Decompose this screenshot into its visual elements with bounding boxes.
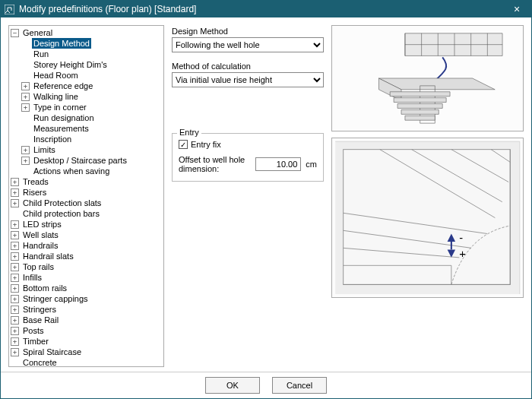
tree-item-run-designation[interactable]: Run designation bbox=[21, 112, 163, 123]
svg-marker-17 bbox=[405, 116, 435, 120]
expand-icon[interactable]: + bbox=[21, 82, 30, 90]
tree-item-top-rails[interactable]: +Top rails bbox=[11, 261, 163, 272]
expand-icon[interactable]: + bbox=[21, 93, 30, 101]
calc-method-label: Method of calculation bbox=[172, 62, 324, 71]
tree-item-limits[interactable]: +Limits bbox=[21, 144, 163, 155]
expand-icon[interactable]: + bbox=[11, 306, 19, 314]
tree-item-design-method[interactable]: Design Method bbox=[21, 38, 163, 49]
tree-item-general[interactable]: − General bbox=[11, 27, 163, 38]
cancel-button[interactable]: Cancel bbox=[272, 377, 327, 394]
svg-marker-14 bbox=[394, 98, 446, 103]
tree-item-child-protection-bars[interactable]: Child protection bars bbox=[11, 208, 163, 219]
expand-icon[interactable]: + bbox=[21, 103, 30, 112]
tree-item-type-in-corner[interactable]: +Type in corner bbox=[21, 102, 163, 112]
expand-icon[interactable]: + bbox=[11, 231, 19, 239]
tree-item-reference-edge[interactable]: +Reference edge bbox=[21, 81, 163, 91]
tree-item-stringer-cappings[interactable]: +Stringer cappings bbox=[11, 293, 163, 304]
svg-marker-13 bbox=[390, 92, 450, 97]
expand-icon[interactable]: + bbox=[11, 337, 19, 346]
tree-item-bottom-rails[interactable]: +Bottom rails bbox=[11, 283, 163, 293]
dialog-window: Modify predefinitions (Floor plan) [Stan… bbox=[0, 0, 532, 399]
nav-tree[interactable]: − General Design Method Run Storey Heigh… bbox=[8, 25, 164, 367]
expand-icon[interactable]: + bbox=[11, 199, 19, 207]
entry-group-label: Entry bbox=[177, 128, 201, 137]
offset-label: Offset to well hole dimension: bbox=[179, 155, 251, 173]
svg-marker-16 bbox=[401, 109, 439, 114]
marker-plus: + bbox=[459, 248, 466, 260]
close-button[interactable]: × bbox=[505, 3, 528, 15]
tree-item-child-protection-slats[interactable]: +Child Protection slats bbox=[11, 198, 163, 208]
window-title: Modify predefinitions (Floor plan) [Stan… bbox=[19, 4, 505, 14]
expand-icon[interactable]: + bbox=[11, 242, 19, 250]
expand-icon[interactable]: + bbox=[11, 252, 19, 261]
tree-item-handrail-slats[interactable]: +Handrail slats bbox=[11, 251, 163, 261]
tree-item-head-room[interactable]: Head Room bbox=[21, 70, 163, 81]
marker-minus: - bbox=[459, 232, 463, 244]
tree-item-base-rail[interactable]: +Base Rail bbox=[11, 315, 163, 325]
tree-item-desktop-staircase[interactable]: +Desktop / Staircase parts bbox=[21, 155, 163, 166]
entry-group: Entry ✓ Entry fix Offset to well hole di… bbox=[172, 133, 324, 182]
expand-icon[interactable]: + bbox=[11, 220, 19, 229]
svg-marker-15 bbox=[397, 104, 442, 109]
illustration-plan: - + bbox=[331, 138, 524, 298]
entry-fix-label: Entry fix bbox=[191, 140, 221, 149]
expand-icon[interactable]: + bbox=[11, 327, 19, 335]
tree-item-run[interactable]: Run bbox=[21, 49, 163, 59]
form-panel: Design Method Following the well hole Me… bbox=[172, 25, 524, 367]
app-icon bbox=[4, 4, 14, 14]
tree-item-inscription[interactable]: Inscription bbox=[21, 134, 163, 144]
title-bar: Modify predefinitions (Floor plan) [Stan… bbox=[1, 1, 531, 17]
tree-item-timber[interactable]: +Timber bbox=[11, 336, 163, 347]
expand-icon[interactable]: + bbox=[11, 178, 19, 186]
tree-item-storey-height-dims[interactable]: Storey Height Dim's bbox=[21, 59, 163, 70]
illustration-3d bbox=[331, 25, 524, 131]
main-area: − General Design Method Run Storey Heigh… bbox=[1, 17, 531, 372]
tree-item-risers[interactable]: +Risers bbox=[11, 187, 163, 198]
tree-item-handrails[interactable]: +Handrails bbox=[11, 240, 163, 251]
svg-rect-21 bbox=[344, 150, 511, 285]
design-method-select[interactable]: Following the well hole bbox=[172, 37, 324, 52]
expand-icon[interactable]: + bbox=[11, 263, 19, 271]
design-method-label: Design Method bbox=[172, 27, 324, 36]
tree-item-measurements[interactable]: Measurements bbox=[21, 123, 163, 134]
expand-icon[interactable]: + bbox=[11, 316, 19, 325]
entry-fix-checkbox[interactable]: ✓ bbox=[179, 140, 188, 149]
expand-icon[interactable]: + bbox=[21, 157, 30, 165]
tree-item-spiral-staircase[interactable]: +Spiral Staircase bbox=[11, 347, 163, 357]
collapse-icon[interactable]: − bbox=[11, 29, 19, 37]
tree-item-posts[interactable]: +Posts bbox=[11, 325, 163, 336]
expand-icon[interactable]: + bbox=[11, 295, 19, 303]
dialog-footer: OK Cancel bbox=[1, 372, 531, 398]
expand-icon[interactable]: + bbox=[21, 146, 30, 154]
tree-item-led-strips[interactable]: +LED strips bbox=[11, 219, 163, 230]
ok-button[interactable]: OK bbox=[205, 377, 260, 394]
tree-item-well-slats[interactable]: +Well slats bbox=[11, 230, 163, 240]
expand-icon[interactable]: + bbox=[11, 348, 19, 356]
expand-icon[interactable]: + bbox=[11, 274, 19, 282]
offset-input[interactable] bbox=[255, 157, 301, 171]
tree-item-walking-line[interactable]: +Walking line bbox=[21, 91, 163, 102]
tree-item-infills[interactable]: +Infills bbox=[11, 272, 163, 283]
expand-icon[interactable]: + bbox=[11, 188, 19, 197]
expand-icon[interactable]: + bbox=[11, 284, 19, 293]
calc-method-select[interactable]: Via initial value rise height bbox=[172, 72, 324, 87]
tree-item-treads[interactable]: +Treads bbox=[11, 176, 163, 187]
tree-item-stringers[interactable]: +Stringers bbox=[11, 304, 163, 315]
offset-unit: cm bbox=[306, 160, 317, 169]
tree-item-concrete[interactable]: Concrete bbox=[11, 357, 163, 367]
tree-item-actions-when-saving[interactable]: Actions when saving bbox=[21, 166, 163, 176]
